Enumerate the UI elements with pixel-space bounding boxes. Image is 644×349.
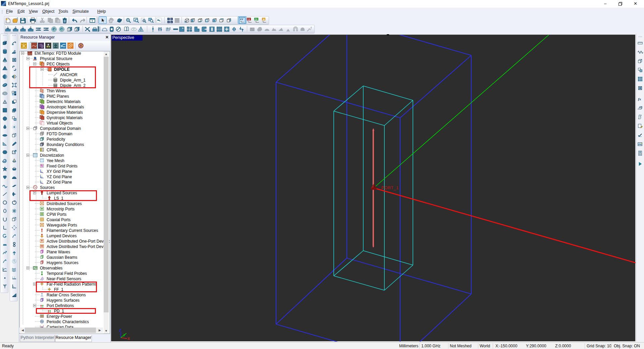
svg-text:−1: −1 (37, 28, 40, 31)
svg-text:2: 2 (61, 28, 63, 31)
svg-text:1: 1 (22, 26, 24, 29)
svg-text:F: F (168, 21, 169, 23)
svg-text:PORT_1: PORT_1 (381, 186, 398, 190)
svg-text:−2: −2 (45, 28, 48, 31)
svg-text:1: 1 (7, 26, 9, 29)
svg-text:Z: Z (119, 328, 121, 332)
svg-text:x: x (43, 183, 44, 184)
svg-text:Z: Z (40, 174, 41, 176)
svg-text:2: 2 (15, 26, 16, 29)
svg-text:T: T (168, 18, 169, 20)
svg-text:y: y (123, 333, 125, 337)
svg-text:Y: Y (43, 177, 44, 179)
svg-text:XY: XY (240, 18, 244, 21)
svg-text:ZX: ZX (255, 18, 258, 20)
svg-text:W: W (263, 18, 265, 20)
svg-text:1: 1 (68, 29, 70, 32)
svg-text:x: x (43, 172, 44, 173)
svg-text:2: 2 (30, 26, 32, 29)
svg-text:?: ? (91, 19, 93, 23)
svg-text:fx: fx (638, 97, 641, 101)
svg-text:Z: Z (40, 180, 41, 182)
svg-text:2: 2 (76, 29, 77, 32)
svg-text:X: X (127, 337, 130, 341)
svg-text:x: x (637, 107, 639, 110)
svg-text:Y: Y (40, 169, 41, 171)
svg-text:1: 1 (53, 28, 55, 31)
svg-text:YZ: YZ (247, 18, 251, 20)
